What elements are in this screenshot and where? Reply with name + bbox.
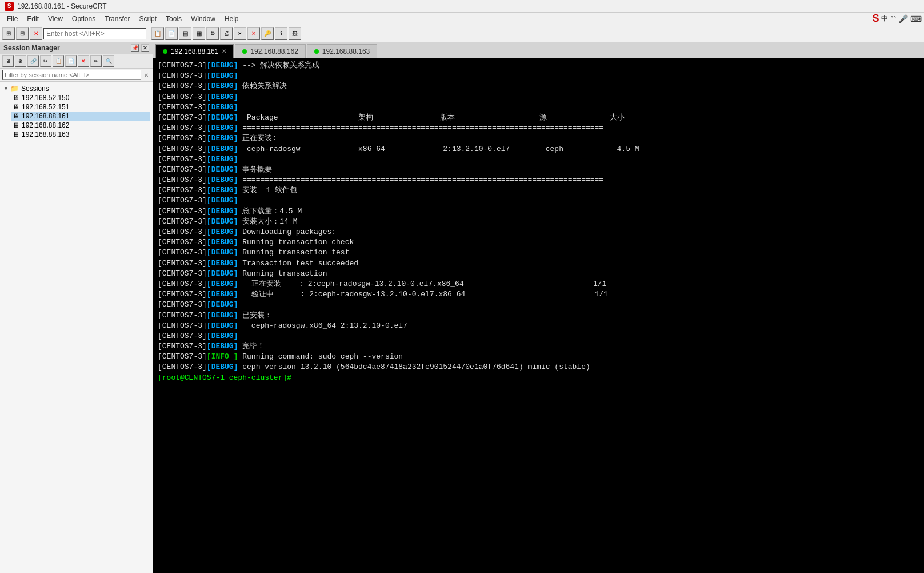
terminal-line: [CENTOS7-3][DEBUG] 总下载量：4.5 M (158, 206, 919, 217)
terminal-line: [CENTOS7-3][INFO ] Running command: sudo… (158, 352, 919, 362)
terminal-line: [CENTOS7-3][DEBUG] Running transaction (158, 269, 919, 279)
session-icon-4: 🖥 (13, 130, 19, 138)
tree-children: 🖥 192.168.52.150 🖥 192.168.52.151 🖥 192.… (2, 93, 150, 139)
session-tree: ▼ 📁 Sessions 🖥 192.168.52.150 🖥 192.168.… (0, 82, 153, 573)
session-icon-1: 🖥 (13, 103, 19, 111)
menu-file[interactable]: File (2, 14, 22, 24)
menu-script[interactable]: Script (134, 14, 161, 24)
session-btn-new-tab[interactable]: ⊕ (15, 55, 26, 67)
terminal-line: [CENTOS7-3][DEBUG] 依赖关系解决 (158, 81, 919, 91)
host-input[interactable] (43, 28, 146, 39)
toolbar-btn-2[interactable]: ⊟ (16, 27, 29, 40)
app-icon: S (5, 2, 14, 11)
session-panel-header-buttons: 📌 ✕ (131, 44, 149, 52)
toolbar-btn-paste[interactable]: 📄 (165, 27, 178, 40)
session-panel: Session Manager 📌 ✕ 🖥 ⊕ 🔗 ✂ 📋 📄 ✕ ✏ 🔍 ✕ … (0, 42, 153, 573)
toolbar-btn-print[interactable]: 🖨 (220, 27, 233, 40)
session-label-4: 192.168.88.163 (22, 130, 69, 138)
session-label-0: 192.168.52.150 (22, 94, 69, 102)
toolbar-btn-1[interactable]: ⊞ (2, 27, 15, 40)
tab-0[interactable]: 192.168.88.161 ✕ (155, 44, 234, 58)
session-btn-cut[interactable]: ✂ (40, 55, 51, 67)
terminal-line: [CENTOS7-3][DEBUG] 安装大小：14 M (158, 217, 919, 227)
toolbar: ⊞ ⊟ ✕ 📋 📄 ▤ ▦ ⚙ 🖨 ✂ ✕ 🔑 ℹ 🖼 (0, 25, 924, 42)
menu-tools[interactable]: Tools (161, 14, 186, 24)
session-item-3[interactable]: 🖥 192.168.88.162 (11, 121, 150, 130)
menu-window[interactable]: Window (186, 14, 220, 24)
session-item-0[interactable]: 🖥 192.168.52.150 (11, 93, 150, 102)
toolbar-btn-4[interactable]: ▤ (179, 27, 191, 40)
toolbar-btn-5[interactable]: ▦ (193, 27, 205, 40)
session-btn-edit[interactable]: ✏ (90, 55, 102, 67)
toolbar-btn-9[interactable]: 🔑 (261, 27, 274, 40)
tab-1[interactable]: 192.168.88.162 (235, 44, 305, 58)
terminal-line: [CENTOS7-3][DEBUG] =====================… (158, 175, 919, 185)
terminal-line: [CENTOS7-3][DEBUG] 已安装： (158, 311, 919, 321)
tab-label-2: 192.168.88.163 (322, 47, 370, 55)
terminal-content[interactable]: [CENTOS7-3][DEBUG] --> 解决依赖关系完成[CENTOS7-… (153, 58, 924, 573)
session-btn-delete[interactable]: ✕ (78, 55, 89, 67)
toolbar-btn-7[interactable]: ✂ (234, 27, 246, 40)
terminal-line: [CENTOS7-3][DEBUG] 正在安装 : 2:ceph-radosgw… (158, 279, 919, 289)
tab-label-0: 192.168.88.161 (171, 47, 218, 55)
terminal-line: [CENTOS7-3][DEBUG] (158, 154, 919, 165)
session-label-1: 192.168.52.151 (22, 103, 69, 111)
toolbar-btn-11[interactable]: 🖼 (289, 27, 301, 40)
filter-bar: ✕ (0, 69, 153, 82)
terminal-line: [CENTOS7-3][DEBUG] ceph-radosgw x86_64 2… (158, 144, 919, 154)
terminal-line: [CENTOS7-3][DEBUG] (158, 300, 919, 310)
session-item-2[interactable]: 🖥 192.168.88.161 (11, 112, 150, 121)
session-btn-paste[interactable]: 📄 (65, 55, 77, 67)
menu-transfer[interactable]: Transfer (100, 14, 134, 24)
terminal-line: [CENTOS7-3][DEBUG] ceph version 13.2.10 … (158, 362, 919, 372)
tab-status-dot-0 (163, 49, 167, 54)
session-btn-copy[interactable]: 📋 (53, 55, 64, 67)
terminal-line: [CENTOS7-3][DEBUG] Transaction test succ… (158, 258, 919, 269)
tab-label-1: 192.168.88.162 (250, 47, 298, 55)
menu-bar: File Edit View Options Transfer Script T… (0, 13, 924, 25)
toolbar-btn-10[interactable]: ℹ (275, 27, 287, 40)
terminal-line: [CENTOS7-3][DEBUG] Downloading packages: (158, 227, 919, 237)
menu-view[interactable]: View (43, 14, 67, 24)
terminal-line: [CENTOS7-3][DEBUG] --> 解决依赖关系完成 (158, 61, 919, 71)
terminal-line: [CENTOS7-3][DEBUG] 验证中 : 2:ceph-radosgw-… (158, 289, 919, 300)
systray-area: S 中 °° 🎤 ⌨ (872, 13, 922, 25)
terminal-line: [CENTOS7-3][DEBUG] (158, 196, 919, 206)
session-label-2: 192.168.88.161 (22, 112, 69, 120)
panel-close-btn[interactable]: ✕ (141, 44, 149, 52)
terminal-line: [CENTOS7-3][DEBUG] =====================… (158, 102, 919, 113)
toolbar-btn-8[interactable]: ✕ (247, 27, 260, 40)
session-item-4[interactable]: 🖥 192.168.88.163 (11, 130, 150, 139)
session-btn-connect[interactable]: 🖥 (2, 55, 14, 67)
panel-pin-btn[interactable]: 📌 (131, 44, 139, 52)
session-panel-title: Session Manager (3, 44, 60, 52)
tree-expand-icon: ▼ (3, 86, 10, 91)
tree-sessions-folder[interactable]: ▼ 📁 Sessions (2, 84, 150, 93)
session-item-1[interactable]: 🖥 192.168.52.151 (11, 102, 150, 112)
session-btn-find[interactable]: 🔍 (103, 55, 114, 67)
folder-icon: 📁 (10, 85, 19, 93)
toolbar-sep-1 (149, 28, 149, 39)
tab-2[interactable]: 192.168.88.163 (307, 44, 377, 58)
menu-edit[interactable]: Edit (22, 14, 43, 24)
main-layout: Session Manager 📌 ✕ 🖥 ⊕ 🔗 ✂ 📋 📄 ✕ ✏ 🔍 ✕ … (0, 42, 924, 573)
terminal-line: [CENTOS7-3][DEBUG] (158, 92, 919, 102)
filter-input[interactable] (2, 70, 141, 80)
title-bar: S 192.168.88.161 - SecureCRT (0, 0, 924, 13)
terminal-line: [CENTOS7-3][DEBUG] ceph-radosgw.x86_64 2… (158, 321, 919, 331)
tab-bar: 192.168.88.161 ✕ 192.168.88.162 192.168.… (153, 42, 924, 58)
menu-help[interactable]: Help (220, 14, 243, 24)
filter-clear-btn[interactable]: ✕ (142, 71, 150, 79)
toolbar-btn-copy[interactable]: 📋 (151, 27, 164, 40)
toolbar-btn-6[interactable]: ⚙ (206, 27, 219, 40)
tab-close-0[interactable]: ✕ (222, 48, 226, 54)
session-toolbar: 🖥 ⊕ 🔗 ✂ 📋 📄 ✕ ✏ 🔍 (0, 54, 153, 69)
terminal-line: [CENTOS7-3][DEBUG] 正在安装: (158, 133, 919, 144)
toolbar-btn-3[interactable]: ✕ (30, 27, 42, 40)
terminal-line: [root@CENTOS7-1 ceph-cluster]# (158, 373, 919, 383)
menu-options[interactable]: Options (67, 14, 100, 24)
session-icon-2: 🖥 (13, 112, 19, 120)
session-btn-3[interactable]: 🔗 (27, 55, 39, 67)
right-panel: 192.168.88.161 ✕ 192.168.88.162 192.168.… (153, 42, 924, 573)
terminal-line: [CENTOS7-3][DEBUG] Package 架构 版本 源 大小 (158, 113, 919, 123)
